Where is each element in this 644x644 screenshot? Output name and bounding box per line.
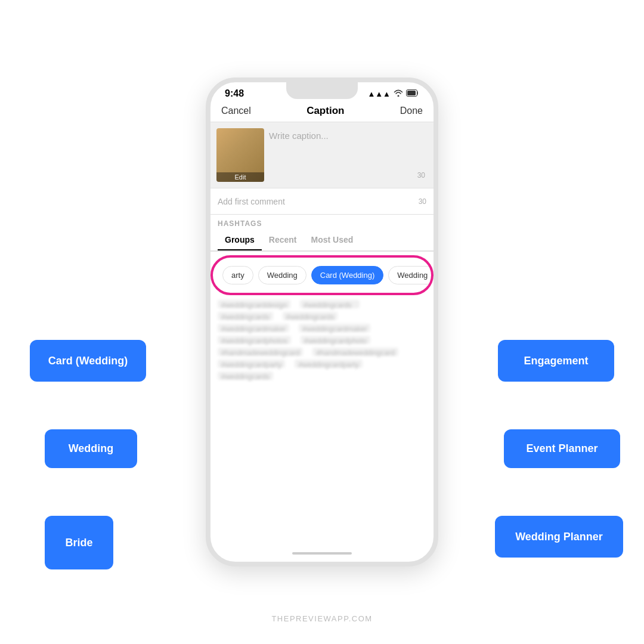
comment-placeholder[interactable]: Add first comment <box>218 197 285 206</box>
footer-text: THEPREVIEWAPP.COM <box>0 614 644 623</box>
comment-area[interactable]: Add first comment 30 <box>210 188 434 215</box>
hashtag-row-4: #weddingcardphotos #weddingcardphoto <box>218 336 426 344</box>
pill-wedding-photo[interactable]: Wedding Photogra <box>388 266 429 284</box>
hashtag-item[interactable]: #weddingcardphotos <box>218 336 291 344</box>
hashtag-item[interactable]: #weddingcards <box>218 371 273 380</box>
hashtag-item[interactable]: #weddingcardmaker <box>299 324 370 332</box>
hashtag-tabs: Groups Recent Most Used <box>210 230 434 252</box>
badge-wedding-planner[interactable]: Wedding Planner <box>495 516 623 558</box>
hashtag-item[interactable]: #weddingcards <box>218 312 273 320</box>
pills-row: arty Wedding Card (Wedding) Wedding Phot… <box>215 260 429 290</box>
hashtag-row-5: #handmadeweddingcard #handmadeweddingcar… <box>218 348 426 356</box>
hashtag-item[interactable]: #handmadeweddingcard <box>218 348 303 356</box>
done-button[interactable]: Done <box>400 106 423 116</box>
hashtag-item[interactable]: #weddingcardparty <box>295 360 362 368</box>
badge-wedding-planner-label: Wedding Planner <box>515 531 603 543</box>
signal-icon: ▲▲▲ <box>367 89 391 98</box>
caption-char-count: 30 <box>415 169 428 182</box>
hashtags-label: HASHTAGS <box>210 215 434 230</box>
hashtag-item[interactable]: #weddingcarddesign <box>218 300 290 308</box>
phone-frame: 9:48 ▲▲▲ <box>206 78 438 566</box>
status-time: 9:48 <box>225 88 244 99</box>
caption-area: Edit Write caption... 30 <box>210 122 434 188</box>
caption-thumbnail[interactable]: Edit <box>216 128 264 182</box>
svg-rect-1 <box>407 91 416 95</box>
hashtag-item[interactable]: #weddingcardparty <box>218 360 285 368</box>
badge-engagement-label: Engagement <box>524 355 588 367</box>
badge-bride-label: Bride <box>65 537 92 549</box>
nav-title: Caption <box>306 105 344 117</box>
hashtag-item[interactable]: #weddingcardphoto <box>301 336 370 344</box>
hashtag-list: #weddingcarddesign #weddingcards #weddin… <box>210 294 434 550</box>
tab-groups[interactable]: Groups <box>218 230 262 250</box>
cancel-button[interactable]: Cancel <box>221 106 251 116</box>
hashtag-item[interactable]: #handmadeweddingcard <box>312 348 398 356</box>
hashtag-row-6: #weddingcardparty #weddingcardparty <box>218 360 426 368</box>
tab-most-used[interactable]: Most Used <box>304 230 360 250</box>
badge-bride[interactable]: Bride <box>45 516 113 569</box>
nav-bar: Cancel Caption Done <box>210 101 434 122</box>
wifi-icon <box>394 89 403 98</box>
badge-event-planner[interactable]: Event Planner <box>504 429 620 468</box>
phone-notch <box>286 82 358 99</box>
hashtag-item[interactable]: #weddingcards <box>300 300 360 308</box>
scroll-indicator <box>210 550 434 562</box>
pill-card-wedding[interactable]: Card (Wedding) <box>311 266 384 284</box>
comment-char-count: 30 <box>419 197 426 206</box>
edit-label[interactable]: Edit <box>216 172 264 182</box>
tab-recent[interactable]: Recent <box>262 230 304 250</box>
hashtag-item[interactable]: #weddingcardmaker <box>218 324 289 332</box>
hashtag-row-1: #weddingcarddesign #weddingcards <box>218 300 426 308</box>
main-container: Card (Wedding) Wedding Bride Engagement … <box>0 0 644 644</box>
status-icons: ▲▲▲ <box>367 89 419 98</box>
hashtag-item[interactable]: #weddingcards <box>283 312 338 320</box>
badge-wedding-left-label: Wedding <box>69 442 114 455</box>
badge-card-wedding-label: Card (Wedding) <box>48 355 128 367</box>
badge-wedding-left[interactable]: Wedding <box>45 429 137 468</box>
caption-input[interactable]: Write caption... <box>269 128 410 182</box>
pill-wedding[interactable]: Wedding <box>258 266 306 284</box>
pill-arty[interactable]: arty <box>222 266 253 284</box>
badge-engagement[interactable]: Engagement <box>498 340 614 382</box>
hashtag-row-3: #weddingcardmaker #weddingcardmaker <box>218 324 426 332</box>
scroll-bar <box>292 552 352 555</box>
battery-icon <box>406 89 419 98</box>
pills-container: arty Wedding Card (Wedding) Wedding Phot… <box>215 260 429 290</box>
badge-event-planner-label: Event Planner <box>526 442 597 455</box>
badge-card-wedding[interactable]: Card (Wedding) <box>30 340 146 382</box>
hashtag-row-2: #weddingcards #weddingcards <box>218 312 426 320</box>
hashtag-row-7: #weddingcards <box>218 371 426 380</box>
